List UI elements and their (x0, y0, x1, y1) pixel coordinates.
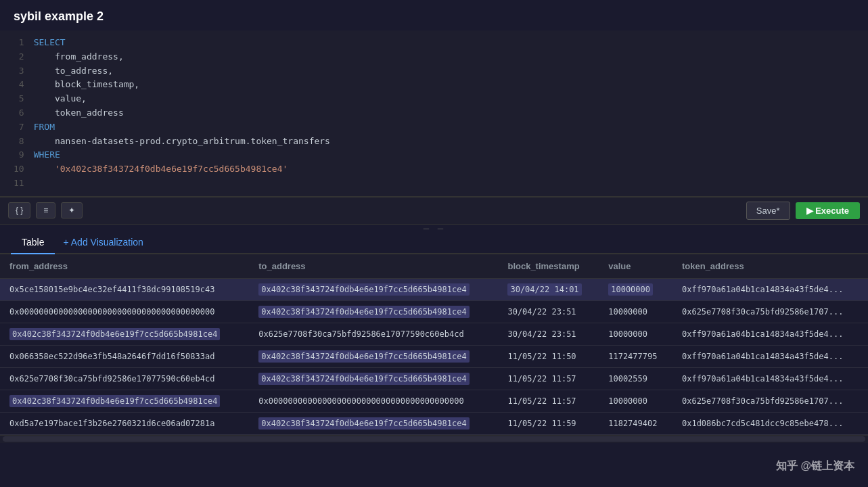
table-cell: 0x066358ec522d96e3fb548a2646f7dd16f50833… (0, 345, 249, 367)
table-cell: 10000000 (599, 390, 672, 412)
results-table-wrapper[interactable]: from_address to_address block_timestamp … (0, 254, 868, 435)
table-cell: 1172477795 (599, 345, 672, 367)
code-content: SELECT from_address, to_address, block_t… (34, 36, 868, 191)
tab-table[interactable]: Table (11, 231, 55, 254)
watermark: 知乎 @链上资本 (776, 459, 854, 473)
resize-handle[interactable]: — — (0, 225, 868, 231)
table-cell: 1182749402 (599, 412, 672, 434)
table-cell: 10000000 (599, 323, 672, 345)
page-title: sybil example 2 (0, 0, 868, 30)
col-header-block-timestamp: block_timestamp (498, 254, 599, 279)
table-cell: 0xff970a61a04b1ca14834a43f5de4... (672, 345, 868, 367)
table-row: 0x402c38f343724f0db4e6e19f7cc5d665b4981c… (0, 390, 868, 412)
table-cell: 0xff970a61a04b1ca14834a43f5de4... (672, 278, 868, 300)
table-cell: 0x402c38f343724f0db4e6e19f7cc5d665b4981c… (249, 278, 498, 300)
table-cell: 0xd5a7e197bace1f3b26e2760321d6ce06ad0728… (0, 412, 249, 434)
col-header-to-address: to_address (249, 254, 498, 279)
table-cell: 0x625e7708f30ca75bfd92586e17077590c60eb4… (249, 323, 498, 345)
code-block: 1 2 3 4 5 6 7 8 9 10 11 SELECT from_addr… (0, 30, 868, 196)
results-area: Table + Add Visualization from_address t… (0, 231, 868, 443)
col-header-token-address: token_address (672, 254, 868, 279)
table-row: 0xd5a7e197bace1f3b26e2760321d6ce06ad0728… (0, 412, 868, 434)
save-button[interactable]: Save* (746, 202, 790, 220)
table-cell: 30/04/22 23:51 (498, 323, 599, 345)
table-cell: 10000000 (599, 278, 672, 300)
col-header-value: value (599, 254, 672, 279)
table-cell: 11/05/22 11:57 (498, 367, 599, 390)
add-visualization-button[interactable]: + Add Visualization (55, 231, 151, 253)
line-numbers: 1 2 3 4 5 6 7 8 9 10 11 (0, 36, 34, 191)
resize-dots-icon: — — (424, 223, 444, 233)
table-cell: 11/05/22 11:59 (498, 412, 599, 434)
table-cell: 10000000 (599, 300, 672, 323)
table-cell: 0x402c38f343724f0db4e6e19f7cc5d665b4981c… (0, 390, 249, 412)
table-cell: 0x00000000000000000000000000000000000000… (249, 390, 498, 412)
table-row: 0x066358ec522d96e3fb548a2646f7dd16f50833… (0, 345, 868, 367)
list-button[interactable]: ≡ (36, 202, 55, 218)
horizontal-scrollbar-area[interactable] (0, 435, 868, 443)
format-button[interactable]: { } (8, 202, 30, 218)
table-row: 0x625e7708f30ca75bfd92586e17077590c60eb4… (0, 367, 868, 390)
table-row: 0x00000000000000000000000000000000000000… (0, 300, 868, 323)
table-cell: 11/05/22 11:50 (498, 345, 599, 367)
editor-area: 1 2 3 4 5 6 7 8 9 10 11 SELECT from_addr… (0, 30, 868, 197)
table-cell: 0x625e7708f30ca75bfd92586e17077590c60eb4… (0, 367, 249, 390)
horizontal-scrollbar-track[interactable] (3, 436, 865, 442)
table-cell: 30/04/22 23:51 (498, 300, 599, 323)
toolbar: { } ≡ ✦ Save* ▶ Execute (0, 197, 868, 225)
table-cell: 11/05/22 11:57 (498, 390, 599, 412)
table-cell: 0xff970a61a04b1ca14834a43f5de4... (672, 323, 868, 345)
table-cell: 0x402c38f343724f0db4e6e19f7cc5d665b4981c… (0, 323, 249, 345)
table-cell: 30/04/22 14:01 (498, 278, 599, 300)
table-row: 0x5ce158015e9bc4ec32ef4411f38dc99108519c… (0, 278, 868, 300)
tabs-bar: Table + Add Visualization (0, 231, 868, 254)
table-cell: 0x402c38f343724f0db4e6e19f7cc5d665b4981c… (249, 412, 498, 434)
table-cell: 0x402c38f343724f0db4e6e19f7cc5d665b4981c… (249, 345, 498, 367)
table-cell: 0x625e7708f30ca75bfd92586e1707... (672, 300, 868, 323)
col-header-from-address: from_address (0, 254, 249, 279)
table-cell: 0x402c38f343724f0db4e6e19f7cc5d665b4981c… (249, 367, 498, 390)
results-table: from_address to_address block_timestamp … (0, 254, 868, 435)
table-cell: 0x5ce158015e9bc4ec32ef4411f38dc99108519c… (0, 278, 249, 300)
table-cell: 10002559 (599, 367, 672, 390)
table-cell: 0x625e7708f30ca75bfd92586e1707... (672, 390, 868, 412)
table-cell: 0x1d086bc7cd5c481dcc9c85ebe478... (672, 412, 868, 434)
star-button[interactable]: ✦ (61, 202, 83, 218)
table-cell: 0xff970a61a04b1ca14834a43f5de4... (672, 367, 868, 390)
table-row: 0x402c38f343724f0db4e6e19f7cc5d665b4981c… (0, 323, 868, 345)
table-cell: 0x00000000000000000000000000000000000000… (0, 300, 249, 323)
execute-button[interactable]: ▶ Execute (796, 202, 860, 219)
table-cell: 0x402c38f343724f0db4e6e19f7cc5d665b4981c… (249, 300, 498, 323)
